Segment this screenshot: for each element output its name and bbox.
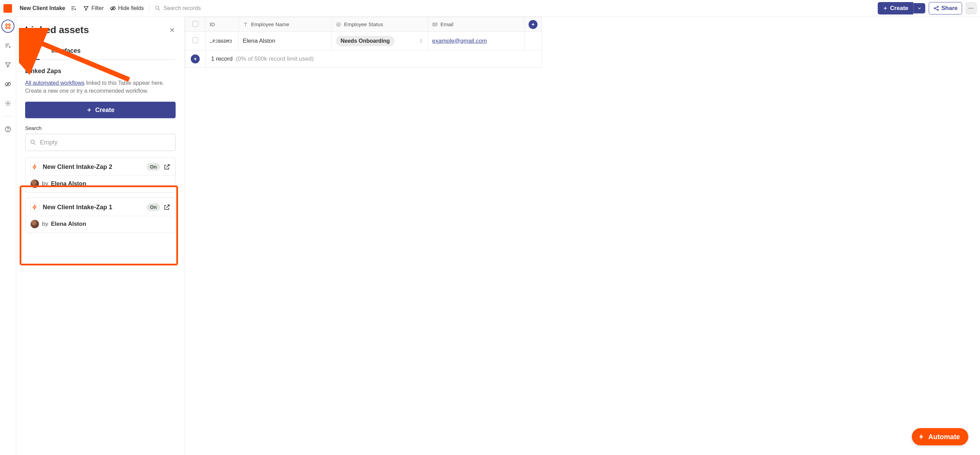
create-button[interactable]: Create <box>878 2 913 14</box>
table-name: New Client Intake <box>20 5 65 11</box>
open-zap-button[interactable] <box>164 204 170 211</box>
row-email-cell[interactable]: example@gmail.com <box>428 32 525 50</box>
create-button-group: Create <box>878 2 925 14</box>
row-employee-name-cell[interactable]: Elena Alston <box>239 32 332 50</box>
panel-close-button[interactable] <box>169 27 176 34</box>
topbar-separator <box>150 5 150 12</box>
create-dropdown-button[interactable] <box>913 3 925 13</box>
zap-card-footer: by Elena Alston <box>25 216 175 233</box>
col-id-header[interactable]: ID <box>205 17 239 32</box>
zap-search-box[interactable] <box>25 134 176 151</box>
rail-hide[interactable] <box>2 78 14 91</box>
topbar-right: Create Share <box>878 2 977 14</box>
add-column-header[interactable] <box>525 17 542 32</box>
share-button-label: Share <box>942 5 958 12</box>
search-records[interactable]: Search records <box>154 5 873 11</box>
svg-point-8 <box>5 24 7 26</box>
search-icon <box>154 5 161 11</box>
automate-label: Automate <box>928 433 960 441</box>
hide-fields-icon <box>110 5 116 11</box>
status-chip: Needs Onboarding <box>336 36 395 46</box>
more-options-button[interactable] <box>966 2 977 14</box>
open-zap-button[interactable] <box>164 163 170 170</box>
create-button-label: Create <box>890 5 908 12</box>
table-area: ID Employee Name Employee Status <box>185 17 980 455</box>
svg-point-7 <box>972 8 974 9</box>
bolt-icon <box>918 433 925 440</box>
row-addcol-cell <box>525 32 542 50</box>
rail-help[interactable] <box>2 123 14 136</box>
svg-point-5 <box>969 8 970 9</box>
panel-create-button[interactable]: Create <box>25 102 176 118</box>
rail-filter[interactable] <box>2 58 14 71</box>
app-logo <box>3 4 12 13</box>
filter-label: Filter <box>91 5 103 11</box>
tab-interfaces[interactable]: Interfaces <box>51 47 81 59</box>
zap-list: New Client Intake-Zap 2 On by Elena Alst… <box>25 157 176 233</box>
by-label: by <box>42 220 48 228</box>
row-id-value: …PJB6DM3 <box>210 38 232 44</box>
col-employee-status-header[interactable]: Employee Status <box>332 17 428 32</box>
add-record-button[interactable] <box>191 54 200 64</box>
rail-settings[interactable] <box>2 97 14 110</box>
linked-zaps-heading: Linked Zaps <box>25 67 176 75</box>
search-icon <box>30 139 37 146</box>
zap-name: New Client Intake-Zap 1 <box>43 204 143 211</box>
main: Linked assets Zaps Interfaces Linked Zap… <box>0 17 980 455</box>
linked-zaps-description: All automated workflows linked to this T… <box>25 79 176 95</box>
svg-point-15 <box>8 131 8 131</box>
zap-status-badge: On <box>147 203 160 211</box>
rail-linked-assets[interactable] <box>2 20 14 33</box>
linked-assets-panel: Linked assets Zaps Interfaces Linked Zap… <box>16 17 185 455</box>
hide-fields-button[interactable]: Hide fields <box>109 4 145 13</box>
col-id-label: ID <box>210 21 215 27</box>
row-email-value[interactable]: example@gmail.com <box>432 38 487 44</box>
author-avatar <box>30 220 39 228</box>
automate-fab[interactable]: Automate <box>912 428 968 445</box>
add-view-button[interactable] <box>70 4 78 13</box>
panel-tabs: Zaps Interfaces <box>25 47 176 60</box>
panel-create-label: Create <box>95 107 115 114</box>
row-checkbox[interactable] <box>192 37 198 43</box>
row-id-cell[interactable]: …PJB6DM3 <box>205 32 239 50</box>
more-icon <box>968 5 974 11</box>
select-all-header[interactable] <box>185 17 205 32</box>
table-row[interactable]: …PJB6DM3 Elena Alston Needs Onboarding e… <box>185 32 542 50</box>
zap-card-footer: by Elena Alston <box>25 176 175 192</box>
sort-icon <box>5 42 11 49</box>
linked-assets-icon <box>5 23 11 30</box>
svg-point-6 <box>971 8 972 9</box>
svg-point-13 <box>7 103 9 104</box>
zap-bolt-icon <box>30 203 39 212</box>
table-footer-row: 1 record (0% of 500k record limit used) <box>185 50 542 67</box>
row-employee-name-value: Elena Alston <box>243 38 275 44</box>
filter-icon <box>83 5 89 11</box>
status-select-icon[interactable] <box>419 38 423 44</box>
zap-card[interactable]: New Client Intake-Zap 1 On by Elena Alst… <box>25 198 176 233</box>
topbar: New Client Intake Filter Hide fields Sea… <box>0 0 980 17</box>
rail-sort[interactable] <box>2 39 14 52</box>
all-workflows-link[interactable]: All automated workflows <box>25 80 85 86</box>
zap-card-header: New Client Intake-Zap 1 On <box>25 198 175 216</box>
col-email-header[interactable]: Email <box>428 17 525 32</box>
share-button[interactable]: Share <box>929 2 962 14</box>
row-select-cell[interactable] <box>185 32 205 50</box>
add-record-cell[interactable] <box>185 50 205 67</box>
by-label: by <box>42 180 48 187</box>
data-grid: ID Employee Name Employee Status <box>185 17 542 67</box>
tab-zaps[interactable]: Zaps <box>25 47 40 59</box>
add-column-button[interactable] <box>528 20 538 29</box>
zap-card[interactable]: New Client Intake-Zap 2 On by Elena Alst… <box>25 157 176 193</box>
row-employee-status-cell[interactable]: Needs Onboarding <box>332 32 428 50</box>
left-rail <box>0 17 16 455</box>
svg-point-16 <box>31 140 34 144</box>
col-employee-status-label: Employee Status <box>344 21 383 27</box>
zap-search-input[interactable] <box>40 139 171 146</box>
col-employee-name-header[interactable]: Employee Name <box>239 17 332 32</box>
record-limit: (0% of 500k record limit used) <box>236 56 314 62</box>
filter-button[interactable]: Filter <box>82 4 104 13</box>
select-all-checkbox[interactable] <box>192 21 198 27</box>
rail-filter-icon <box>5 61 11 68</box>
panel-header: Linked assets <box>25 24 176 35</box>
add-view-icon <box>71 5 77 11</box>
